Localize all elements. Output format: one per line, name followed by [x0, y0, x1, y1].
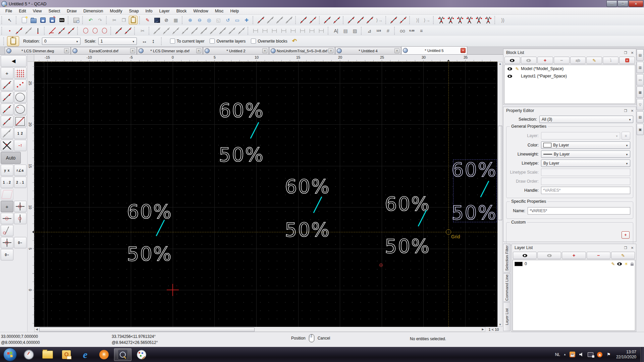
menu-layer[interactable]: Layer — [156, 8, 173, 14]
add-layer-button[interactable]: + — [562, 252, 586, 259]
cut-button[interactable]: ✂ — [110, 16, 119, 24]
dimension-ordinate-button[interactable] — [289, 26, 298, 35]
dock-list-view-button[interactable]: ▦ — [637, 86, 644, 98]
snap-auto-button[interactable] — [1, 116, 13, 127]
float-panel-icon[interactable]: ❐ — [623, 109, 628, 113]
close-panel-icon[interactable]: ✕ — [630, 246, 635, 250]
label-123-button[interactable]: 123 — [374, 26, 383, 35]
menu-file[interactable]: File — [2, 8, 15, 14]
checkbox-box[interactable] — [170, 39, 175, 44]
dock-property-editor-button[interactable]: ▧ — [637, 111, 644, 123]
spline-insert-node-button[interactable] — [456, 16, 465, 24]
order-tool-button[interactable] — [389, 16, 398, 24]
document-tab[interactable]: * Untitled 4✕ — [335, 47, 401, 54]
set-relative-zero-button[interactable] — [1, 237, 13, 248]
paste-button[interactable] — [129, 16, 138, 24]
line-parallel-button[interactable] — [57, 26, 66, 35]
snap-tangent-button[interactable] — [14, 92, 27, 103]
zoom-in-button[interactable]: ⊕ — [186, 16, 195, 24]
name-field[interactable]: *VARIES* — [528, 207, 630, 215]
remove-block-button[interactable]: − — [554, 57, 570, 64]
circle-center-point-button[interactable] — [81, 26, 90, 35]
spline-control-points-button[interactable] — [437, 16, 446, 24]
point-pair-button[interactable]: oo — [398, 26, 407, 35]
menu-edit[interactable]: Edit — [15, 8, 30, 14]
snap-grid-button[interactable] — [14, 67, 27, 79]
line-horizontal-button[interactable] — [24, 26, 33, 35]
flip-horizontal-button[interactable]: ↔ — [140, 37, 149, 45]
move-rotate-button[interactable] — [200, 26, 208, 35]
menu-misc[interactable]: Misc — [212, 8, 227, 14]
checkbox-to-current-layer[interactable]: To current layer — [170, 39, 205, 44]
hatch-button[interactable]: ▨ — [351, 26, 359, 35]
block-visible-cell[interactable] — [506, 75, 514, 78]
horizontal-scrollbar[interactable]: ◀ ▶ — [34, 327, 485, 332]
explode-button[interactable] — [356, 16, 365, 24]
snap-distance-button[interactable] — [275, 16, 284, 24]
close-panel-icon[interactable]: ✕ — [630, 51, 635, 55]
dock-empty-view-button[interactable]: ▭ — [637, 74, 644, 85]
snap-endpoints-button[interactable] — [257, 16, 265, 24]
float-panel-icon[interactable]: ❐ — [623, 51, 628, 55]
relative-zero-tool-button[interactable]: 0– — [1, 249, 13, 260]
snap-coordinate-button[interactable] — [1, 128, 13, 139]
coordinate-polar-button[interactable]: r∠a — [14, 165, 27, 176]
menu-help[interactable]: Help — [227, 8, 242, 14]
checkbox-overwrite-layers[interactable]: Overwrite layers — [210, 39, 246, 44]
break-out-button[interactable]: ⟩| — [413, 16, 422, 24]
property-combobox[interactable]: By Layer▼ — [541, 160, 630, 167]
scroll-down-arrow[interactable]: ▼ — [498, 323, 502, 326]
eye-icon[interactable] — [617, 262, 622, 265]
grid-visibility-button[interactable]: ▦ — [171, 16, 180, 24]
area-measure-button[interactable]: # — [384, 26, 392, 35]
tab-close-icon[interactable]: ✕ — [196, 48, 201, 53]
scale-combobox[interactable]: 1 ▼ — [98, 38, 137, 45]
side-tab-layer-list[interactable]: Layer List — [503, 302, 511, 331]
scroll-left-arrow[interactable]: ◀ — [35, 328, 39, 331]
pencil-icon[interactable]: ✎ — [611, 261, 615, 266]
background-color-button[interactable] — [153, 16, 161, 24]
action-center-taskbar-button[interactable] — [20, 348, 38, 361]
draw-pencil-button[interactable]: ✎ — [143, 16, 152, 24]
checkbox-overwrite-blocks[interactable]: Overwrite blocks — [251, 39, 287, 44]
lengthen-button[interactable] — [323, 16, 332, 24]
funnel-filter-button[interactable] — [366, 16, 374, 24]
tab-close-icon[interactable]: ✕ — [64, 48, 69, 53]
snap-free-button[interactable]: + — [1, 67, 13, 79]
reset-options-icon[interactable]: ↶ — [292, 38, 297, 45]
scale-button[interactable] — [171, 26, 180, 35]
rename-block-button[interactable]: a|b — [570, 57, 586, 64]
tab-close-icon[interactable]: ✕ — [394, 48, 399, 53]
java-tray-icon[interactable]: ☕ — [570, 352, 576, 358]
rotation-combobox[interactable]: 0 ▼ — [42, 38, 80, 45]
block-edit-cell[interactable]: ✎ — [514, 66, 521, 71]
dimension-aligned-button[interactable] — [252, 26, 260, 35]
shape-snap-button[interactable] — [1, 189, 13, 200]
stretch-button[interactable] — [218, 26, 227, 35]
line-2-points-button[interactable] — [15, 26, 23, 35]
rotate-button[interactable] — [162, 26, 171, 35]
paint-taskbar-button[interactable] — [133, 348, 150, 361]
line-angle-button[interactable] — [48, 26, 57, 35]
purge-blocks-button[interactable]: ✕ — [619, 57, 635, 64]
paste-tool-button[interactable] — [7, 36, 19, 46]
edit-layer-button[interactable]: ✎ — [611, 252, 635, 259]
auto-trim-button[interactable]: ⟩→ — [423, 16, 431, 24]
vertical-scrollbar[interactable]: ▲ ▼ — [497, 62, 502, 327]
point-button[interactable] — [5, 26, 14, 35]
print-preview-button[interactable] — [72, 16, 80, 24]
float-panel-icon[interactable]: ❐ — [623, 246, 628, 250]
avast-icon[interactable]: a — [597, 352, 603, 358]
property-field[interactable]: *VARIES* — [541, 187, 630, 194]
lock-relative-zero-button[interactable]: 0– — [14, 237, 27, 248]
coordinate-relative-polar-button[interactable]: 2→1 — [14, 177, 27, 188]
document-tab[interactable]: * LCS Dimmer snip.dxf✕ — [137, 47, 203, 54]
add-block-button[interactable]: + — [537, 57, 553, 64]
snap-intersection-button[interactable] — [1, 104, 13, 115]
insert-image-button[interactable]: ▤ — [341, 26, 350, 35]
selection-pointer-button[interactable]: ↖ — [5, 16, 14, 24]
add-custom-property-button[interactable]: + — [622, 231, 630, 239]
scroll-up-arrow[interactable]: ▲ — [498, 62, 502, 65]
minimize-button[interactable]: — — [606, 0, 617, 7]
fillet-button[interactable] — [309, 16, 317, 24]
